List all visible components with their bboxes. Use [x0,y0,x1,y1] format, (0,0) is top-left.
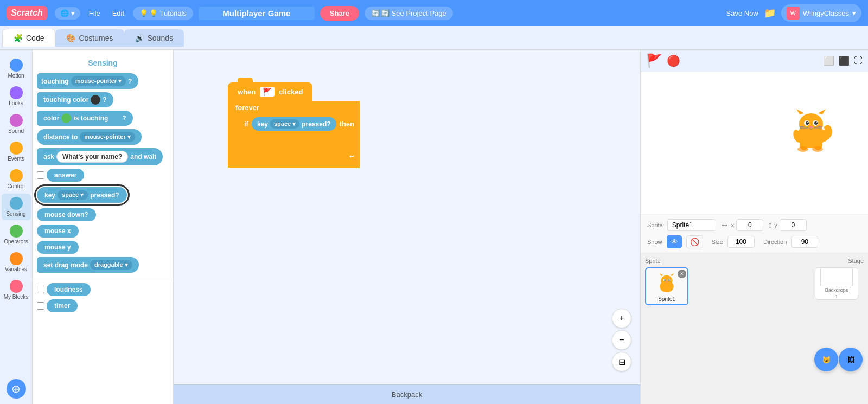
x-coord-group: ↔ x [720,219,764,231]
tutorials-button[interactable]: 💡 💡 Tutorials [133,7,193,20]
x-input[interactable] [736,219,763,231]
and-wait-label: and wait [130,153,156,161]
green-flag-button[interactable]: 🚩 [646,53,662,68]
block-mouse-y[interactable]: mouse y [37,241,79,254]
block-set-drag[interactable]: set drag mode draggable ▾ [37,257,139,273]
sidebar-item-motion[interactable]: Motion [2,55,31,82]
if-block[interactable]: if key space ▾ pressed? then [239,114,360,133]
backpack-bar[interactable]: Backpack [174,384,640,404]
touching-color-question: ? [103,96,106,104]
y-coord-group: ↕ y [768,219,807,231]
fullscreen-button[interactable]: ⛶ [854,56,863,66]
svg-point-24 [661,275,673,286]
sidebar-bottom: ⊕ [7,379,26,404]
sprite-info-row: Sprite ↔ x ↕ y [647,219,861,231]
globe-button[interactable]: 🌐 ▾ [55,7,80,20]
sidebar-item-sensing[interactable]: Sensing [2,194,31,220]
size-input[interactable] [727,236,755,248]
sidebar-item-sound[interactable]: Sound [2,111,31,137]
see-project-button[interactable]: 🔄 🔄 See Project Page [365,7,453,20]
space-dropdown[interactable]: space ▾ [270,119,299,129]
looks-dot [10,86,23,99]
timer-label: timer [54,302,70,310]
block-timer[interactable]: timer [47,299,78,312]
stage-header: 🚩 🔴 ⬜ ⬛ ⛶ [641,50,868,72]
color-swatch-toggle[interactable] [110,113,120,123]
sidebar-item-operators[interactable]: Operators [2,221,31,248]
globe-icon: 🌐 [60,9,69,17]
answer-checkbox[interactable] [37,171,44,179]
mouse-x-label: mouse x [44,227,71,235]
sound-dot [10,114,23,127]
category-title: Sensing [33,55,173,72]
block-loudness[interactable]: loudness [47,283,91,296]
ask-input[interactable]: What's your name? [56,151,128,163]
sidebar-item-variables[interactable]: Variables [2,249,31,275]
distance-dropdown[interactable]: mouse-pointer ▾ [80,132,135,142]
timer-checkbox[interactable] [37,302,44,310]
block-mouse-down[interactable]: mouse down? [37,208,96,221]
svg-point-1 [799,113,823,135]
condition-pill[interactable]: key space ▾ pressed? [252,117,336,131]
add-backdrop-fab[interactable]: 🖼 [839,348,863,371]
share-button[interactable]: Share [320,6,359,21]
sidebar-label-looks: Looks [9,100,23,106]
show-visible-button[interactable]: 👁 [667,235,682,248]
sprite-thumb-sprite1[interactable]: ✕ Sprite1 [645,267,688,305]
drag-dropdown[interactable]: draggable ▾ [90,260,132,270]
add-sprite-fab[interactable]: 🐱 [814,348,838,371]
direction-label: Direction [763,239,787,245]
color-swatch-green[interactable] [61,113,71,123]
block-row-timer: timer [33,298,173,314]
block-row-set-drag: set drag mode draggable ▾ [33,255,173,274]
forever-block[interactable]: forever if key space ▾ pressed? the [228,101,360,168]
sidebar-item-control[interactable]: Control [2,166,31,193]
block-touching-color[interactable]: touching color ? [37,92,113,107]
events-dot [10,142,23,155]
y-input[interactable] [780,219,807,231]
block-mouse-x[interactable]: mouse x [37,225,79,238]
block-touching[interactable]: touching mouse-pointer ▾ ? [37,73,138,89]
svg-point-11 [816,122,817,123]
edit-menu[interactable]: Edit [109,7,127,20]
sidebar-item-events[interactable]: Events [2,138,31,165]
tab-costumes[interactable]: 🎨 Costumes [55,29,124,47]
tab-code[interactable]: 🧩 Code [2,29,55,47]
save-now-button[interactable]: Save Now [726,9,758,17]
block-distance-to[interactable]: distance to mouse-pointer ▾ [37,129,142,145]
when-label: when [238,88,256,96]
cond-pressed-label: pressed? [302,120,330,128]
stage-thumb[interactable]: Backdrops 1 [815,267,858,300]
svg-point-30 [668,279,670,281]
shrink-stage-button[interactable]: ⬜ [824,56,834,66]
sprite-name-input[interactable] [667,219,716,231]
project-name-input[interactable] [199,7,315,20]
sidebar-item-looks[interactable]: Looks [2,83,31,110]
zoom-fit-button[interactable]: ⊟ [612,352,631,371]
block-key-pressed[interactable]: key space ▾ pressed? [37,187,127,203]
stop-button[interactable]: 🔴 [667,54,680,67]
touching-dropdown[interactable]: mouse-pointer ▾ [71,76,126,86]
sidebar-item-my-blocks[interactable]: My Blocks [2,277,31,303]
cond-key-label: key [257,120,268,128]
zoom-in-button[interactable]: + [612,309,631,328]
loudness-checkbox[interactable] [37,286,44,293]
hat-block-when-clicked[interactable]: when 🚩 clicked forever if [228,82,360,168]
block-answer[interactable]: answer [47,169,84,182]
zoom-out-button[interactable]: − [612,330,631,350]
block-ask[interactable]: ask What's your name? and wait [37,148,163,165]
color-swatch-dark[interactable] [91,95,100,105]
show-hidden-button[interactable]: 🚫 [686,235,703,248]
add-extension-button[interactable]: ⊕ [7,379,26,399]
key-dropdown[interactable]: space ▾ [58,190,88,200]
sprites-section: Sprite [645,258,809,400]
normal-stage-button[interactable]: ⬛ [839,56,850,66]
block-color-touching[interactable]: color is touching ? [37,111,133,126]
sprite-delete-button[interactable]: ✕ [678,270,686,278]
user-menu-button[interactable]: W WlingyClasses ▾ [781,4,861,22]
folder-button[interactable]: 📁 [764,7,776,19]
direction-input[interactable] [791,236,818,248]
sprites-strip: Sprite [641,253,868,404]
tab-sounds[interactable]: 🔊 Sounds [124,29,184,47]
file-menu[interactable]: File [86,7,104,20]
